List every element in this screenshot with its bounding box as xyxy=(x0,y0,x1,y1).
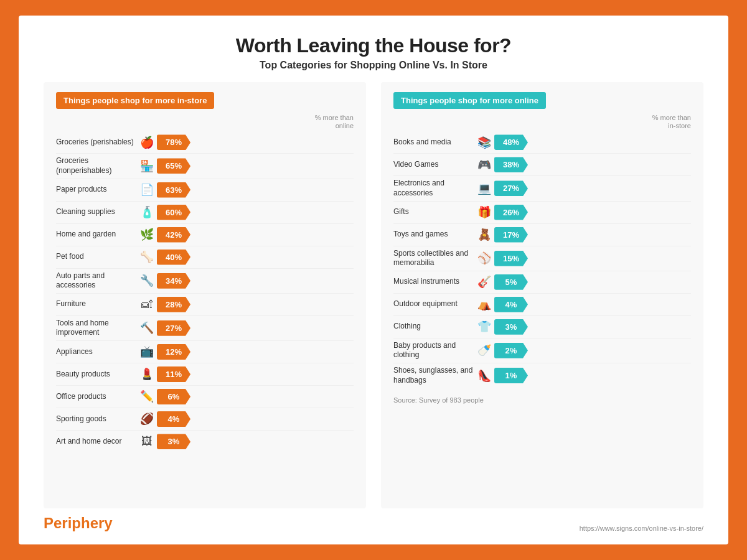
instore-icon: 🖼 xyxy=(137,435,157,448)
instore-row: Cleaning supplies 🧴 60% xyxy=(56,202,354,224)
instore-row: Groceries (nonperishables) 🏪 65% xyxy=(56,154,354,179)
online-row: Clothing 👕 3% xyxy=(393,316,691,338)
online-row: Video Games 🎮 38% xyxy=(393,154,691,176)
online-row: Outdoor equipment ⛺ 4% xyxy=(393,294,691,316)
online-badge: 17% xyxy=(494,227,528,243)
source-text: Source: Survey of 983 people xyxy=(393,396,691,404)
main-title: Worth Leaving the House for? xyxy=(44,34,703,57)
brand-logo: Periphery xyxy=(44,515,113,532)
instore-row: Pet food 🦴 40% xyxy=(56,246,354,269)
online-icon: 👕 xyxy=(474,320,494,334)
online-icon: 🧸 xyxy=(474,228,494,241)
online-row: Sports collectibles and memorabilia ⚾ 15… xyxy=(393,246,691,271)
instore-row: Groceries (perishables) 🍎 78% xyxy=(56,131,354,154)
online-badge: 38% xyxy=(494,157,528,172)
main-card: Worth Leaving the House for? Top Categor… xyxy=(19,16,728,544)
online-row: Shoes, sunglasses, and handbags 👠 1% xyxy=(393,363,691,388)
instore-row: Home and garden 🌿 42% xyxy=(56,224,354,246)
instore-row: Office products ✏️ 6% xyxy=(56,386,354,408)
online-category-name: Sports collectibles and memorabilia xyxy=(393,249,474,268)
online-badge: 48% xyxy=(494,134,528,150)
instore-badge: 65% xyxy=(157,158,190,174)
online-panel: Things people shop for more online % mor… xyxy=(381,82,703,508)
instore-icon: 🍎 xyxy=(137,136,157,149)
instore-icon: 🛋 xyxy=(137,298,157,311)
online-category-name: Electronics and accessories xyxy=(393,179,474,198)
online-row: Gifts 🎁 26% xyxy=(393,202,691,224)
online-row: Toys and games 🧸 17% xyxy=(393,224,691,246)
instore-icon: 🔧 xyxy=(137,274,157,287)
online-icon: 🎸 xyxy=(474,275,494,289)
online-icon: 📚 xyxy=(474,136,494,149)
online-icon: ⛺ xyxy=(474,297,494,311)
instore-row: Beauty products 💄 11% xyxy=(56,363,354,386)
instore-badge: 3% xyxy=(157,434,190,449)
instore-category-name: Auto parts and accessories xyxy=(56,271,137,291)
instore-col-header: % more than online xyxy=(56,114,354,131)
content-row: Things people shop for more in-store % m… xyxy=(44,82,703,508)
online-col-label: % more than in-store xyxy=(647,114,691,130)
instore-category-name: Groceries (nonperishables) xyxy=(56,156,137,175)
instore-col-label: % more than online xyxy=(310,114,354,130)
online-badge: 3% xyxy=(494,319,528,335)
instore-icon: 🏪 xyxy=(137,159,157,173)
instore-panel-header: Things people shop for more in-store xyxy=(56,92,214,109)
online-badge: 26% xyxy=(494,205,528,220)
instore-category-name: Home and garden xyxy=(56,230,137,240)
instore-badge: 63% xyxy=(157,182,190,198)
instore-category-name: Sporting goods xyxy=(56,414,137,424)
instore-icon: 🧴 xyxy=(137,205,157,219)
instore-badge: 78% xyxy=(157,134,190,150)
online-category-name: Books and media xyxy=(393,138,474,147)
instore-icon: ✏️ xyxy=(137,390,157,403)
online-badge: 1% xyxy=(494,368,528,383)
online-badge: 15% xyxy=(494,251,528,266)
online-panel-header: Things people shop for more online xyxy=(393,92,546,109)
instore-icon: 📄 xyxy=(137,183,157,197)
instore-category-name: Beauty products xyxy=(56,370,137,380)
url-text: https://www.signs.com/online-vs-in-store… xyxy=(580,525,703,532)
online-category-name: Outdoor equipment xyxy=(393,299,474,309)
instore-badge: 40% xyxy=(157,250,190,265)
online-icon: 🍼 xyxy=(474,343,494,357)
online-category-name: Clothing xyxy=(393,322,474,332)
instore-row: Art and home decor 🖼 3% xyxy=(56,431,354,453)
online-row: Baby products and clothing 🍼 2% xyxy=(393,338,691,363)
instore-badge: 28% xyxy=(157,297,190,312)
instore-icon: 💄 xyxy=(137,367,157,381)
footer: Periphery https://www.signs.com/online-v… xyxy=(44,515,703,532)
online-icon: 🎁 xyxy=(474,205,494,219)
online-col-header: % more than in-store xyxy=(393,114,691,131)
online-badge: 4% xyxy=(494,297,528,312)
main-subtitle: Top Categories for Shopping Online Vs. I… xyxy=(44,60,703,71)
instore-row: Sporting goods 🏈 4% xyxy=(56,408,354,431)
instore-category-name: Cleaning supplies xyxy=(56,207,137,217)
instore-panel: Things people shop for more in-store % m… xyxy=(44,82,366,508)
online-items-list: Books and media 📚 48% Video Games 🎮 38% … xyxy=(393,131,691,388)
online-category-name: Gifts xyxy=(393,207,474,217)
instore-row: Auto parts and accessories 🔧 34% xyxy=(56,269,354,294)
instore-category-name: Office products xyxy=(56,392,137,402)
instore-badge: 11% xyxy=(157,366,190,382)
instore-icon: 🌿 xyxy=(137,228,157,241)
instore-row: Appliances 📺 12% xyxy=(56,341,354,363)
instore-category-name: Appliances xyxy=(56,347,137,357)
online-category-name: Video Games xyxy=(393,160,474,170)
instore-badge: 27% xyxy=(157,320,190,336)
online-icon: ⚾ xyxy=(474,251,494,265)
online-icon: 🎮 xyxy=(474,158,494,172)
instore-badge: 60% xyxy=(157,205,190,220)
online-badge: 27% xyxy=(494,180,528,196)
instore-category-name: Furniture xyxy=(56,299,137,309)
online-row: Musical instruments 🎸 5% xyxy=(393,271,691,294)
instore-badge: 42% xyxy=(157,227,190,243)
online-row: Electronics and accessories 💻 27% xyxy=(393,176,691,201)
online-row: Books and media 📚 48% xyxy=(393,131,691,154)
instore-row: Paper products 📄 63% xyxy=(56,179,354,202)
instore-badge: 4% xyxy=(157,411,190,427)
instore-row: Furniture 🛋 28% xyxy=(56,294,354,316)
online-category-name: Baby products and clothing xyxy=(393,341,474,360)
online-icon: 💻 xyxy=(474,182,494,195)
instore-category-name: Tools and home improvement xyxy=(56,319,137,338)
instore-icon: 📺 xyxy=(137,345,157,358)
